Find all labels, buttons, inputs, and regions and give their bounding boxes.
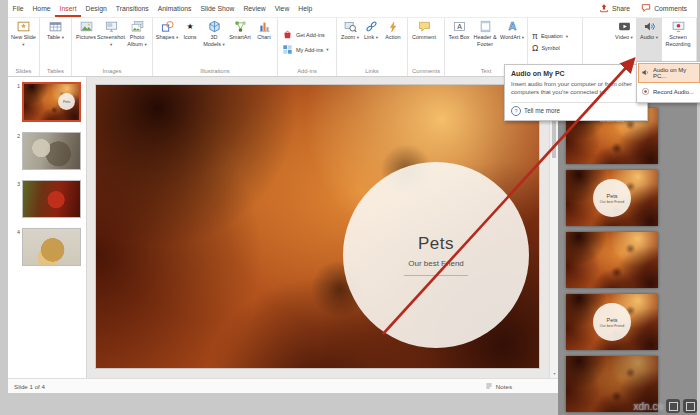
menu-tab-home[interactable]: Home — [28, 0, 55, 17]
menu-tab-insert[interactable]: Insert — [55, 0, 81, 17]
related-slide-thumbnail-3[interactable] — [566, 232, 658, 288]
photo-album-button[interactable]: Photo Album ▾ — [124, 17, 150, 67]
link-button[interactable]: Link ▾ — [361, 17, 381, 67]
chart-icon — [258, 19, 271, 34]
caret-icon: ▾ — [176, 35, 178, 40]
caret-icon: ▾ — [22, 42, 24, 47]
text-box-icon: A — [453, 19, 466, 34]
slide-indicator: Slide 1 of 4 — [8, 383, 45, 390]
audio-on-my-pc-tooltip: Audio on My PC Insert audio from your co… — [504, 64, 648, 121]
screen-recording-icon — [672, 19, 685, 34]
editor-area: Pets Our best Friend — [86, 76, 549, 378]
pictures-button[interactable]: Pictures — [74, 17, 98, 67]
menu-tab-file[interactable]: File — [8, 0, 28, 17]
smartart-button[interactable]: SmartArt — [227, 17, 253, 67]
equation-icon: π — [532, 32, 538, 41]
screenshot-icon — [105, 19, 118, 34]
menu-tab-review[interactable]: Review — [239, 0, 270, 17]
caret-icon: ▾ — [144, 42, 146, 47]
3d-models-button[interactable]: 3D Models ▾ — [201, 17, 227, 67]
table-icon — [49, 19, 62, 34]
wordart-button[interactable]: A WordArt ▾ — [499, 17, 525, 67]
ribbon-group-label-tables: Tables — [42, 67, 69, 76]
video-button[interactable]: Video ▾ — [612, 17, 636, 67]
comments-button[interactable]: Comments — [641, 3, 687, 14]
audio-file-icon — [641, 68, 650, 78]
slide-subtitle: Our best Friend — [408, 259, 464, 268]
header-footer-button[interactable]: Header & Footer — [471, 17, 499, 67]
tooltip-divider — [511, 102, 641, 103]
audio-dropdown-menu: Audio on My PC... Record Audio... — [636, 61, 700, 103]
shapes-button[interactable]: Shapes ▾ — [155, 17, 179, 67]
3d-models-icon — [208, 19, 221, 34]
smartart-icon — [234, 19, 247, 34]
notes-button[interactable]: Notes — [485, 382, 512, 391]
thumb-title-circle: Pets Our best Friend — [593, 179, 631, 217]
menu-item-record-audio[interactable]: Record Audio... — [638, 83, 700, 101]
equation-button[interactable]: π Equation ▾ — [530, 32, 580, 41]
screenshot-button[interactable]: Screenshot ▾ — [98, 17, 124, 67]
screen-recording-button[interactable]: Screen Recording — [662, 17, 694, 67]
related-slide-thumbnail-2[interactable]: Pets Our best Friend — [566, 170, 658, 226]
slide-thumbnail-1[interactable]: Pets — [22, 82, 81, 122]
caret-icon: ▾ — [357, 35, 359, 40]
menu-item-audio-on-my-pc[interactable]: Audio on My PC... — [638, 63, 700, 83]
text-box-button[interactable]: A Text Box — [447, 17, 471, 67]
chart-button[interactable]: Chart — [253, 17, 275, 67]
watermark-text: xdn.cn — [634, 401, 663, 412]
menu-tab-help[interactable]: Help — [294, 0, 317, 17]
ribbon-group-slides: New Slide ▾ Slides — [8, 17, 40, 76]
symbol-button[interactable]: Ω Symbol — [530, 44, 580, 53]
slide-number: 4 — [12, 228, 20, 266]
ribbon-group-comments: Comment Comments — [408, 17, 445, 76]
my-add-ins-button[interactable]: My Add-ins ▾ — [280, 44, 334, 56]
tell-me-more-link[interactable]: ? Tell me more — [511, 106, 641, 116]
ribbon-group-illustrations: Shapes ▾ ★ Icons 3D Models ▾ SmartArt Ch… — [153, 17, 278, 76]
my-add-ins-icon — [282, 44, 293, 56]
new-slide-button[interactable]: New Slide ▾ — [10, 17, 37, 67]
comment-button[interactable]: Comment — [410, 17, 438, 67]
thumb-title-circle: Pets Our best Friend — [593, 303, 631, 341]
slide-row-3: 3 — [12, 180, 81, 218]
icons-button[interactable]: ★ Icons — [179, 17, 201, 67]
ribbon-group-add-ins: Get Add-ins My Add-ins ▾ Add-ins — [278, 17, 337, 76]
caret-icon: ▾ — [326, 47, 328, 52]
zoom-button[interactable]: Zoom ▾ — [339, 17, 361, 67]
slide-thumbnail-2[interactable] — [22, 132, 81, 170]
caret-icon: ▾ — [631, 35, 633, 40]
menu-tab-slide-show[interactable]: Slide Show — [196, 0, 239, 17]
comment-icon — [418, 19, 431, 34]
ribbon-group-tables: Table ▾ Tables — [40, 17, 72, 76]
ribbon-group-label-links: Links — [339, 67, 405, 76]
related-slide-thumbnail-4[interactable]: Pets Our best Friend — [566, 294, 658, 350]
slide-title-circle[interactable]: Pets Our best Friend — [343, 162, 529, 348]
video-icon — [618, 19, 631, 34]
slide-canvas[interactable]: Pets Our best Friend — [96, 85, 539, 368]
ribbon-group-links: Zoom ▾ Link ▾ Action Links — [337, 17, 408, 76]
menu-tab-view[interactable]: View — [270, 0, 294, 17]
icons-icon: ★ — [186, 19, 193, 34]
menu-tab-design[interactable]: Design — [81, 0, 111, 17]
slide-thumbnail-3[interactable] — [22, 180, 81, 218]
pictures-icon — [80, 19, 93, 34]
slide-number: 1 — [12, 82, 20, 122]
watermark-badge — [683, 399, 697, 413]
table-button[interactable]: Table ▾ — [42, 17, 69, 67]
help-icon: ? — [511, 106, 521, 116]
caret-icon: ▾ — [110, 42, 112, 47]
menu-tab-animations[interactable]: Animations — [153, 0, 196, 17]
get-add-ins-button[interactable]: Get Add-ins — [280, 29, 334, 41]
audio-icon — [643, 19, 656, 34]
slide-thumbnail-4[interactable] — [22, 228, 81, 266]
ribbon-group-label-add-ins: Add-ins — [280, 67, 334, 76]
share-button[interactable]: Share — [599, 3, 630, 14]
ribbon-group-images: Pictures Screenshot ▾ Photo Album ▾ Imag… — [72, 17, 153, 76]
action-button[interactable]: Action — [381, 17, 405, 67]
powerpoint-window: File Home Insert Design Transitions Anim… — [0, 0, 700, 415]
menu-tab-transitions[interactable]: Transitions — [111, 0, 153, 17]
ribbon-group-label-comments: Comments — [410, 67, 442, 76]
slide1-title-circle: Pets — [58, 93, 75, 110]
audio-button[interactable]: Audio ▾ — [636, 17, 662, 67]
caret-icon: ▾ — [656, 35, 658, 40]
tooltip-title: Audio on My PC — [511, 70, 641, 77]
